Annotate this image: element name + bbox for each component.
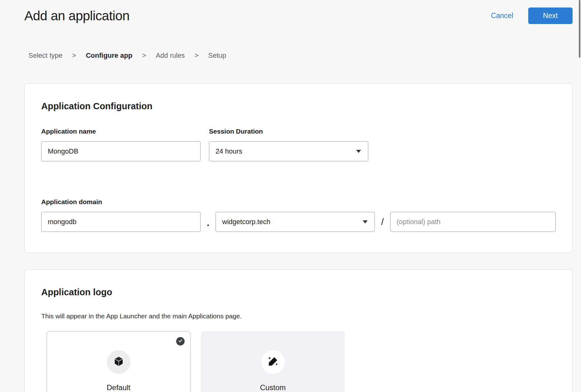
header: Add an application Cancel Next bbox=[0, 0, 581, 24]
application-domain-label: Application domain bbox=[41, 198, 556, 206]
stepper-step-setup[interactable]: Setup bbox=[208, 51, 226, 60]
custom-logo-circle bbox=[261, 350, 285, 374]
check-icon bbox=[178, 338, 183, 344]
domain-select[interactable]: widgetcorp.tech bbox=[216, 212, 375, 232]
stepper-step-add-rules[interactable]: Add rules bbox=[156, 51, 185, 60]
application-domain-row: . widgetcorp.tech / bbox=[41, 212, 556, 232]
session-duration-select[interactable]: 24 hours bbox=[209, 141, 368, 161]
selected-check-badge bbox=[176, 337, 185, 345]
logo-option-custom[interactable]: Custom bbox=[201, 331, 345, 392]
name-session-row: Application name Session Duration 24 hou… bbox=[41, 128, 556, 161]
application-name-input[interactable] bbox=[41, 141, 201, 161]
application-logo-description: This will appear in the App Launcher and… bbox=[41, 312, 556, 320]
stepper-step-configure-app[interactable]: Configure app bbox=[86, 51, 132, 60]
stepper-separator: > bbox=[142, 51, 146, 60]
logo-option-label: Default bbox=[107, 383, 130, 392]
chevron-down-icon bbox=[363, 220, 368, 223]
application-logo-title: Application logo bbox=[41, 287, 556, 297]
header-actions: Cancel Next bbox=[491, 7, 573, 24]
stepper-separator: > bbox=[195, 51, 199, 60]
path-input[interactable] bbox=[390, 212, 556, 232]
chevron-down-icon bbox=[356, 150, 361, 153]
logo-option-default[interactable]: Default bbox=[47, 331, 191, 392]
page: { "colors": { "accent_blue": "#2b7cd3", … bbox=[0, 0, 581, 392]
application-name-label: Application name bbox=[41, 128, 201, 135]
domain-select-value: widgetcorp.tech bbox=[222, 218, 270, 226]
application-logo-card: Application logo This will appear in the… bbox=[24, 269, 573, 392]
dot-separator: . bbox=[207, 218, 209, 232]
application-name-field: Application name bbox=[41, 128, 201, 161]
logo-options: Default Custom bbox=[47, 331, 556, 392]
slash-separator: / bbox=[381, 217, 384, 227]
logo-option-label: Custom bbox=[260, 383, 286, 392]
stepper-step-select-type[interactable]: Select type bbox=[28, 51, 62, 60]
paintbrush-icon bbox=[267, 355, 279, 369]
stepper: Select type > Configure app > Add rules … bbox=[28, 51, 581, 60]
stepper-separator: > bbox=[72, 51, 76, 60]
subdomain-input[interactable] bbox=[41, 212, 201, 232]
session-duration-label: Session Duration bbox=[209, 128, 368, 135]
session-duration-value: 24 hours bbox=[216, 147, 242, 155]
page-title: Add an application bbox=[24, 8, 130, 23]
application-configuration-card: Application Configuration Application na… bbox=[24, 83, 573, 253]
application-configuration-title: Application Configuration bbox=[41, 101, 556, 111]
application-domain-field: Application domain . widgetcorp.tech / bbox=[41, 198, 556, 232]
default-logo-circle bbox=[107, 350, 131, 374]
next-button[interactable]: Next bbox=[528, 7, 573, 24]
scrollbar-thumb[interactable] bbox=[579, 0, 580, 58]
session-duration-field: Session Duration 24 hours bbox=[209, 128, 368, 161]
cube-icon bbox=[113, 356, 124, 368]
cancel-button[interactable]: Cancel bbox=[491, 12, 513, 20]
